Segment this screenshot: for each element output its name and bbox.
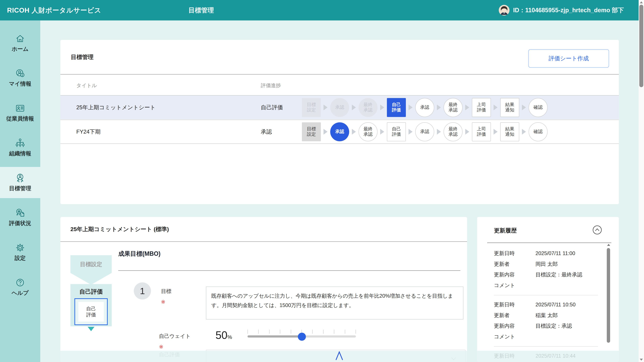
step-arrow-icon bbox=[437, 129, 441, 135]
user-avatar[interactable] bbox=[499, 5, 510, 15]
sidebar-item-help[interactable]: ヘルプ bbox=[0, 272, 40, 303]
sheet-detail-card: 25年上期コミットメントシート (標準) 成果目標(MBO) 目標設定 自己評価… bbox=[60, 217, 467, 362]
weight-field-label: 自己ウェイト bbox=[159, 333, 191, 340]
goal-text-input[interactable]: 既存顧客へのアップセルに注力し、今期は既存顧客からの売上を前年比20%増加させる… bbox=[206, 287, 464, 320]
progress-step: 承認 bbox=[415, 122, 434, 141]
page-scrollbar-thumb[interactable] bbox=[639, 5, 643, 87]
step-arrow-icon bbox=[522, 105, 526, 110]
step-arrow-icon bbox=[465, 129, 469, 135]
help-icon bbox=[15, 278, 25, 288]
goal-sheet-row[interactable]: 25年上期コミットメントシート 自己評価 目標設定 承認 最終承認 自己評価 承… bbox=[60, 95, 619, 119]
required-mark: ※ bbox=[161, 299, 165, 305]
step-arrow-icon bbox=[352, 105, 356, 110]
history-label: 更新内容 bbox=[494, 269, 536, 280]
history-datetime: 2025/07/11 11:00 bbox=[536, 248, 575, 259]
history-label: 更新者 bbox=[494, 310, 536, 321]
progress-step: 上司評価 bbox=[472, 122, 491, 141]
collapse-history-button[interactable] bbox=[592, 225, 602, 235]
sidebar-item-evaluation-status[interactable]: 評価状況 bbox=[0, 202, 40, 233]
history-list: 更新日時2025/07/11 11:00 更新者岡田 太郎 更新内容目標設定：最… bbox=[494, 248, 598, 362]
goal-number-badge: 1 bbox=[134, 282, 151, 300]
user-id: ID：1104685955-zjp_hrtech_demo 部下 bbox=[513, 6, 624, 14]
history-label: コメント bbox=[494, 331, 536, 342]
collapse-section-button[interactable] bbox=[335, 351, 344, 360]
org-tree-icon bbox=[15, 138, 25, 148]
progress-steps: 目標設定 承認 最終承認 自己評価 承認 最終承認 上司評価 結果通知 確認 bbox=[302, 95, 548, 119]
column-header-progress: 評価進捗 bbox=[261, 82, 281, 89]
progress-steps: 目標設定 承認 最終承認 自己評価 承認 最終承認 上司評価 結果通知 確認 bbox=[302, 120, 548, 143]
phase-label: 自己評価 bbox=[79, 288, 103, 296]
create-evaluation-sheet-button[interactable]: 評価シート作成 bbox=[528, 49, 609, 68]
sidebar-item-employee-info[interactable]: 従業員情報 bbox=[0, 97, 40, 128]
progress-step: 上司評価 bbox=[472, 98, 491, 117]
progress-step: 最終承認 bbox=[444, 122, 462, 141]
sidebar-item-label: 設定 bbox=[14, 254, 26, 262]
goal-management-card: 目標管理 評価シート作成 タイトル 評価進捗 25年上期コミットメントシート 自… bbox=[60, 40, 619, 204]
step-arrow-icon bbox=[408, 105, 412, 110]
sidebar-item-label: ホーム bbox=[12, 45, 29, 53]
home-icon bbox=[15, 33, 25, 43]
divider bbox=[487, 243, 611, 243]
sheet-status: 承認 bbox=[261, 120, 272, 143]
step-arrow-icon bbox=[465, 105, 469, 110]
sidebar-item-goal-management[interactable]: 目標管理 bbox=[0, 167, 40, 198]
update-history-card: 更新履歴 更新日時2025/07/11 11:00 更新者岡田 太郎 更新内容目… bbox=[477, 217, 619, 362]
divider bbox=[494, 346, 598, 347]
sidebar-item-label: ヘルプ bbox=[12, 289, 28, 297]
divider bbox=[118, 270, 460, 271]
sidebar-item-org-info[interactable]: 組織情報 bbox=[0, 132, 40, 163]
progress-step: 目標設定 bbox=[302, 98, 321, 117]
progress-step: 最終承認 bbox=[358, 98, 378, 117]
sheet-title: FY24下期 bbox=[76, 120, 100, 143]
divider bbox=[60, 241, 467, 242]
history-label: 更新者 bbox=[494, 259, 536, 270]
sidebar-item-label: マイ情報 bbox=[9, 80, 31, 88]
step-arrow-icon bbox=[522, 129, 526, 135]
step-arrow-icon bbox=[494, 105, 498, 110]
employee-card-icon bbox=[15, 103, 25, 113]
step-arrow-icon bbox=[352, 129, 356, 135]
weight-slider-handle[interactable] bbox=[298, 333, 306, 341]
sidebar-item-settings[interactable]: 設定 bbox=[0, 237, 40, 268]
history-scrollbar-thumb[interactable] bbox=[607, 248, 610, 343]
user-menu[interactable]: ID：1104685955-zjp_hrtech_demo 部下 bbox=[499, 5, 624, 15]
step-arrow-icon bbox=[437, 105, 441, 110]
progress-step: 結果通知 bbox=[500, 98, 519, 117]
progress-step: 承認 bbox=[415, 98, 434, 117]
sidebar-item-label: 目標管理 bbox=[9, 185, 31, 192]
progress-step: 確認 bbox=[528, 98, 548, 117]
progress-step: 承認 bbox=[330, 98, 349, 117]
phase-goal-setting-banner: 目標設定 bbox=[70, 255, 112, 285]
phase-arrow-down-icon bbox=[88, 327, 94, 331]
history-scrollbar[interactable] bbox=[606, 244, 611, 355]
progress-step-current: 承認 bbox=[330, 122, 349, 141]
weight-slider-fill bbox=[248, 335, 302, 338]
sidebar-item-label: 評価状況 bbox=[9, 220, 31, 227]
app-header: RICOH 人財ポータルサービス 目標管理 ID：1104685955-zjp_… bbox=[0, 0, 644, 20]
step-arrow-icon bbox=[324, 105, 328, 110]
goal-card-title: 目標管理 bbox=[71, 53, 94, 61]
page-scrollbar[interactable] bbox=[639, 0, 644, 362]
step-arrow-icon bbox=[494, 129, 498, 135]
scroll-down-icon[interactable] bbox=[640, 359, 643, 361]
history-entry: 更新日時2025/07/11 11:00 更新者岡田 太郎 更新内容目標設定：最… bbox=[494, 248, 598, 291]
phase-self-evaluation-current: 自己評価 自己評価 bbox=[70, 284, 112, 326]
app-logo: RICOH 人財ポータルサービス bbox=[7, 6, 101, 15]
sheet-status: 自己評価 bbox=[261, 95, 283, 119]
goal-field-label: 目標 bbox=[161, 288, 172, 295]
gear-icon bbox=[15, 243, 25, 253]
phase-box-label: 自己評価 bbox=[86, 306, 96, 318]
scroll-up-icon[interactable] bbox=[640, 1, 643, 3]
sidebar-item-home[interactable]: ホーム bbox=[0, 27, 40, 59]
scroll-up-icon[interactable] bbox=[607, 244, 610, 246]
progress-step: 最終承認 bbox=[444, 98, 462, 117]
history-label: 更新日時 bbox=[494, 248, 536, 259]
history-updater: 岡田 太郎 bbox=[536, 259, 558, 270]
sidebar-item-my-info[interactable]: マイ情報 bbox=[0, 62, 40, 93]
header-page-title: 目標管理 bbox=[188, 6, 214, 14]
progress-step-current: 自己評価 bbox=[387, 98, 406, 117]
chevron-up-icon bbox=[335, 351, 344, 360]
phase-current-box[interactable]: 自己評価 bbox=[74, 298, 108, 325]
divider bbox=[60, 74, 619, 75]
goal-sheet-row[interactable]: FY24下期 承認 目標設定 承認 最終承認 自己評価 承認 最終承認 上司評価… bbox=[60, 120, 619, 144]
